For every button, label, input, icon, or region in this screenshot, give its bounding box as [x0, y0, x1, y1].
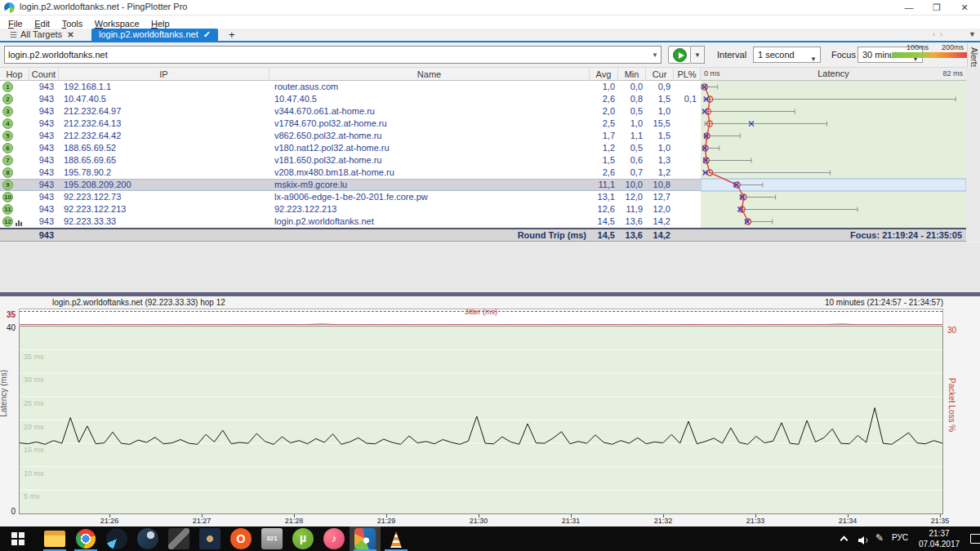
timeline-range: 10 minutes (21:24:57 - 21:34:57): [825, 298, 943, 307]
taskbar-world-of-tanks-button[interactable]: [194, 527, 225, 551]
round-trip-row: 943 Round Trip (ms) 14,5 13,6 14,2 Focus…: [0, 228, 966, 242]
taskbar-game-launcher-button[interactable]: [163, 527, 194, 551]
hop-count-cell: 943: [29, 179, 54, 191]
start-trace-button[interactable]: [668, 46, 691, 64]
interval-select[interactable]: 1 second▼: [753, 47, 821, 63]
hop-row-7[interactable]: 7943188.65.69.65v181.650.pol32.at-home.r…: [0, 154, 701, 167]
column-header-pl[interactable]: PL%: [674, 68, 701, 81]
tab-list-caret-icon[interactable]: ▼: [969, 30, 976, 38]
hop-row-8[interactable]: 8943195.78.90.2v208.mx480.bm18.at-home.r…: [0, 167, 701, 179]
trace-options-caret[interactable]: ▼: [691, 46, 705, 64]
play-icon: [673, 48, 687, 62]
right-rail: [966, 67, 980, 242]
minimize-button[interactable]: —: [895, 0, 923, 16]
language-indicator[interactable]: РУС: [892, 533, 908, 551]
hop-row-9[interactable]: 9943195.208.209.200mskix-m9.gcore.lu11,1…: [0, 179, 701, 191]
hop-pl-cell: [674, 81, 697, 93]
menu-edit[interactable]: Edit: [34, 19, 50, 29]
svg-text:30 ms: 30 ms: [24, 375, 44, 384]
battle-net-icon: [106, 528, 127, 549]
hop-row-11[interactable]: 1194392.223.122.21392.223.122.21312,611,…: [0, 203, 701, 216]
time-tick-label: 21:34: [839, 517, 858, 525]
target-input[interactable]: [7, 47, 644, 62]
menu-tools[interactable]: Tools: [62, 19, 83, 29]
hop-name-cell: v862.650.pol32.at-home.ru: [274, 130, 381, 142]
hop-pl-cell: [674, 130, 697, 142]
column-header-name[interactable]: Name: [270, 68, 590, 81]
hop-cur-cell: 12,0: [646, 203, 670, 216]
taskbar-utorrent-button[interactable]: µ: [287, 527, 318, 551]
hop-number-badge: 7: [2, 155, 13, 166]
column-header-hop[interactable]: Hop: [0, 68, 29, 81]
hop-row-6[interactable]: 6943188.65.69.52v180.nat12.pol32.at-home…: [0, 142, 701, 154]
vlc-icon: [388, 531, 404, 548]
hop-latency-graph[interactable]: [701, 81, 966, 228]
tab-target-label: login.p2.worldoftanks.net: [99, 29, 198, 39]
column-header-avg[interactable]: Avg: [590, 68, 618, 81]
column-header-min[interactable]: Min: [618, 68, 646, 81]
menu-file[interactable]: File: [8, 19, 23, 29]
close-tab-icon[interactable]: ✕: [67, 30, 74, 39]
hop-pl-cell: [674, 179, 697, 191]
time-tick-label: 21:30: [470, 517, 488, 525]
summary-icon: ☰: [10, 30, 17, 39]
hop-cur-cell: 1,5: [646, 93, 670, 105]
target-combobox[interactable]: ▼: [4, 46, 662, 64]
tab-target[interactable]: login.p2.worldoftanks.net✓: [91, 29, 218, 41]
taskbar-pingplotter-button[interactable]: [350, 527, 381, 551]
pen-input-icon[interactable]: ✎: [875, 532, 884, 551]
menu-help[interactable]: Help: [151, 19, 170, 29]
taskbar-steam-button[interactable]: [132, 527, 163, 551]
taskbar-file-explorer-button[interactable]: [39, 527, 70, 551]
restore-button[interactable]: ❐: [923, 0, 951, 16]
hop-number-badge: 4: [2, 118, 13, 129]
hop-row-3[interactable]: 3943212.232.64.97v344.670.o61.at-home.ru…: [0, 105, 701, 118]
tab-bar: ☰All Targets✕ login.p2.worldoftanks.net✓…: [0, 29, 980, 42]
volume-icon[interactable]: [858, 534, 870, 551]
packet-loss-axis-label: Packet Loss %: [947, 378, 956, 432]
jitter-trace: [20, 310, 942, 325]
latency-timeline-plot[interactable]: 35 ms30 ms25 ms20 ms15 ms10 ms5 ms: [19, 326, 943, 514]
hop-ip-cell: 195.208.209.200: [64, 179, 131, 191]
tray-chevron-up-icon[interactable]: [840, 536, 849, 544]
chevron-down-icon[interactable]: ▼: [652, 51, 658, 59]
start-button[interactable]: [0, 527, 37, 551]
column-header-cur[interactable]: Cur: [646, 68, 674, 81]
interval-label: Interval: [717, 50, 746, 60]
taskbar-battle-net-button[interactable]: [101, 527, 132, 551]
jitter-scale-max: 35: [0, 310, 16, 319]
svg-text:15 ms: 15 ms: [24, 446, 44, 454]
hop-count-cell: 943: [29, 203, 54, 216]
chrome-icon: [76, 529, 96, 549]
taskbar-media-player-classic-button[interactable]: 321: [256, 527, 287, 551]
time-tick-label: 21:35: [931, 517, 950, 525]
taskbar-origin-button[interactable]: O: [225, 527, 256, 551]
menu-workspace[interactable]: Workspace: [95, 19, 140, 29]
hop-number-badge: 12: [2, 216, 13, 227]
taskbar-itunes-button[interactable]: ♪: [318, 527, 350, 551]
hop-row-2[interactable]: 294310.47.40.510.47.40.52,60,81,50,1: [0, 93, 701, 105]
hop-min-cell: 12,0: [618, 191, 643, 203]
hop-ip-cell: 212.232.64.42: [64, 130, 121, 142]
hop-name-cell: v1784.670.pol32.at-home.ru: [274, 118, 387, 130]
tab-scroll-arrows[interactable]: ‹›: [933, 30, 947, 38]
taskbar-vlc-button[interactable]: [381, 527, 412, 551]
taskbar-chrome-button[interactable]: [70, 527, 101, 551]
hop-row-4[interactable]: 4943212.232.64.13v1784.670.pol32.at-home…: [0, 118, 701, 130]
action-center-icon[interactable]: [970, 534, 980, 544]
hop-row-12[interactable]: 1294392.223.33.33login.p2.worldoftanks.n…: [0, 216, 701, 228]
clock[interactable]: 21:37 07.04.2017: [915, 528, 964, 551]
hop-row-1[interactable]: 1943192.168.1.1router.asus.com1,00,00,9: [0, 81, 701, 93]
new-tab-button[interactable]: +: [229, 29, 235, 41]
hop-row-5[interactable]: 5943212.232.64.42v862.650.pol32.at-home.…: [0, 130, 701, 142]
column-header-ip[interactable]: IP: [59, 68, 270, 81]
close-button[interactable]: ✕: [951, 0, 978, 16]
hop-ip-cell: 92.223.122.73: [64, 191, 121, 203]
game-launcher-icon: [168, 528, 189, 549]
hop-row-10[interactable]: 1094392.223.122.73lx-a9006-edge-1-be-20-…: [0, 191, 701, 203]
time-tick-label: 21:31: [562, 517, 581, 525]
hop-ip-cell: 92.223.122.213: [64, 203, 126, 216]
tab-all-targets[interactable]: ☰All Targets✕: [3, 29, 81, 41]
jitter-strip[interactable]: Jitter (ms): [19, 309, 943, 325]
column-header-count[interactable]: Count: [29, 68, 59, 81]
